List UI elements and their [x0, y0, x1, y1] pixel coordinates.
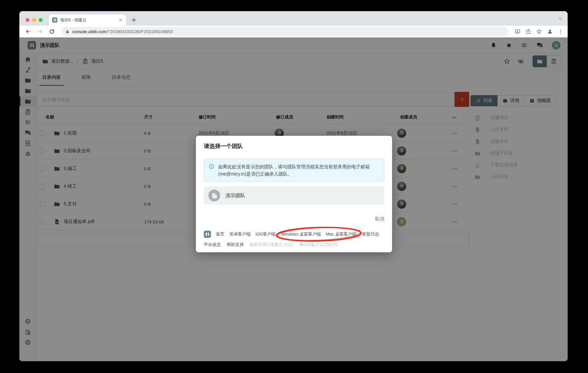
- profile-icon[interactable]: [547, 29, 553, 34]
- footer-link[interactable]: Mac 桌面客户端: [326, 231, 356, 237]
- reload-button[interactable]: [49, 28, 55, 35]
- footer-link[interactable]: Windows 桌面客户端: [281, 231, 321, 237]
- team-item-name: 演示团队: [225, 193, 245, 199]
- close-window-button[interactable]: [26, 18, 30, 22]
- browser-tab[interactable]: 项目5 - 优建云: [49, 14, 126, 26]
- tab-search-chevron-icon[interactable]: [558, 16, 562, 21]
- lock-icon: [65, 30, 70, 34]
- tab-close-icon[interactable]: [118, 18, 123, 22]
- icp-number: 粤ICP备17112001号: [299, 242, 338, 248]
- footer-link[interactable]: 首页: [216, 231, 224, 237]
- browser-toolbar: console.ublib.com/T20190310DC85/F2021091…: [19, 26, 568, 37]
- info-icon: [209, 164, 214, 169]
- toolbar-right-icons: [514, 29, 564, 34]
- copyright-text: 版权所有©优建云 2022: [250, 242, 293, 248]
- window-controls: [26, 18, 43, 22]
- browser-window: 项目5 - 优建云 console.ublib.com/T20190310DC8…: [19, 11, 568, 361]
- back-button[interactable]: [25, 28, 32, 35]
- footer-link[interactable]: 帮助支持: [227, 242, 244, 248]
- site-footer-links: 首页安卓客户端iOS客户端Windows 桌面客户端Mac 桌面客户端更新日志: [204, 231, 384, 238]
- forward-button[interactable]: [37, 28, 43, 35]
- footer-link[interactable]: 平台状态: [204, 242, 221, 248]
- modal-title: 请选择一个团队: [204, 142, 384, 150]
- footer-link[interactable]: iOS客户端: [256, 231, 276, 237]
- team-avatar: [208, 190, 220, 201]
- zoom-window-button[interactable]: [39, 18, 43, 22]
- tab-title: 项目5 - 优建云: [60, 17, 116, 23]
- browser-tab-strip: 项目5 - 优建云: [19, 11, 568, 26]
- address-bar[interactable]: console.ublib.com/T20190310DC85/F2021091…: [61, 27, 509, 36]
- building-icon: [211, 192, 218, 199]
- cancel-button[interactable]: 取消: [375, 216, 384, 222]
- circled-links-group: Windows 桌面客户端Mac 桌面客户端: [281, 231, 357, 237]
- url-text: console.ublib.com/T20190310DC85/F2021091…: [72, 29, 173, 34]
- footer-logo: [204, 231, 211, 238]
- install-app-icon[interactable]: [514, 29, 520, 34]
- footer-link[interactable]: 安卓客户端: [229, 231, 251, 237]
- info-alert: 如果此处没有显示您的团队，请与团队管理员核实您当前登录用的电子邮箱(me@mic…: [204, 159, 384, 182]
- new-tab-button[interactable]: [130, 16, 138, 24]
- favicon: [52, 17, 57, 23]
- team-list-item[interactable]: 演示团队: [204, 186, 384, 205]
- alert-text: 如果此处没有显示您的团队，请与团队管理员核实您当前登录用的电子邮箱(me@mic…: [218, 163, 379, 177]
- minimize-window-button[interactable]: [32, 18, 36, 22]
- site-footer-meta: 平台状态帮助支持版权所有©优建云 2022粤ICP备17112001号: [204, 242, 384, 248]
- team-select-modal: 请选择一个团队 如果此处没有显示您的团队，请与团队管理员核实您当前登录用的电子邮…: [196, 136, 392, 252]
- footer-link[interactable]: 更新日志: [362, 231, 379, 237]
- bookmark-star-icon[interactable]: [536, 29, 542, 34]
- share-icon[interactable]: [525, 29, 531, 34]
- browser-menu-icon[interactable]: [558, 29, 564, 34]
